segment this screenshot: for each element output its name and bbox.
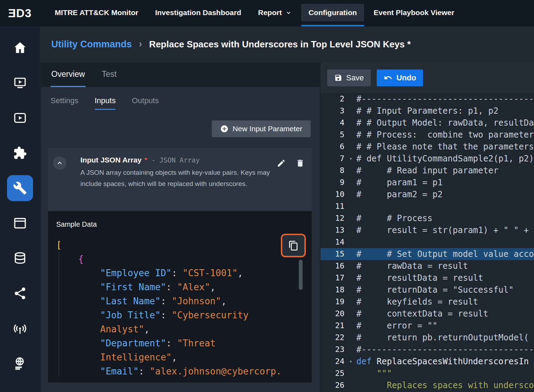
parameter-title-row: Input JSON Array * - JSON Array: [80, 156, 275, 164]
tools-icon: [13, 181, 27, 195]
editor-line-code: # # Please note that the parameters: [356, 141, 534, 153]
sidebar-item-video-play[interactable]: [7, 105, 33, 131]
sample-data-line: Intelligence",: [56, 350, 309, 364]
nav-item-mitre-att-ck-monitor[interactable]: MITRE ATT&CK Monitor: [47, 0, 146, 26]
app-root: ƎD3 MITRE ATT&CK MonitorInvestigation Da…: [0, 0, 534, 392]
add-circle-icon: [220, 125, 229, 133]
editor-line-21[interactable]: 21# error = "": [321, 320, 534, 332]
editor-line-26[interactable]: 26 Replaces spaces with underscores: [321, 379, 534, 391]
nav-item-investigation-dashboard[interactable]: Investigation Dashboard: [148, 0, 249, 26]
editor-line-5[interactable]: 5# # Process: combine two parameters: [321, 129, 534, 141]
editor-line-24[interactable]: 24▾def ReplaceSpacesWithUnderscoresIn: [321, 356, 534, 367]
editor-line-code: # error = "": [356, 320, 534, 332]
line-number: 10: [321, 188, 345, 200]
editor-line-2[interactable]: 2#--------------------------------------…: [321, 93, 534, 105]
editor-line-8[interactable]: 8# # Read input parameter: [321, 165, 534, 177]
save-button[interactable]: Save: [327, 69, 371, 86]
new-input-parameter-button[interactable]: New Input Parameter: [212, 120, 311, 137]
sidebar-item-tools[interactable]: [7, 175, 33, 201]
sample-data-line: "Job Title": "Cybersecurity: [56, 308, 309, 322]
parameter-name: Input JSON Array: [80, 156, 141, 164]
breadcrumb: Utility Commands › Replace Spaces with U…: [40, 26, 534, 62]
copy-sample-data-button[interactable]: [281, 234, 306, 257]
nav-item-configuration[interactable]: Configuration: [301, 0, 364, 26]
code-editor[interactable]: 2#--------------------------------------…: [321, 93, 534, 391]
editor-toolbar: Save Undo: [321, 62, 534, 93]
fold-chevron-icon[interactable]: ▾: [345, 153, 356, 165]
editor-line-7[interactable]: 7▾# def UtilityCommandSample2(p1, p2): [321, 153, 534, 165]
breadcrumb-parent-link[interactable]: Utility Commands: [51, 39, 132, 50]
line-number: 22: [321, 332, 345, 344]
editor-line-9[interactable]: 9# param1 = p1: [321, 177, 534, 188]
sidebar-item-database[interactable]: [7, 245, 33, 271]
editor-line-12[interactable]: 12# # Process: [321, 212, 534, 224]
editor-line-19[interactable]: 19# keyfields = result: [321, 296, 534, 308]
editor-line-13[interactable]: 13# result = str(param1) + " " +: [321, 224, 534, 236]
editor-line-code: # return pb.returnOutputModel(: [356, 332, 534, 344]
page-title: Replace Spaces with Underscores in Top L…: [149, 39, 411, 50]
sample-data-line: {: [56, 252, 309, 266]
editor-line-16[interactable]: 16# rawData = result: [321, 260, 534, 272]
line-number: 19: [321, 296, 345, 308]
share-nodes-icon: [13, 286, 27, 300]
editor-line-code: Replaces spaces with underscores: [356, 379, 534, 391]
undo-button-label: Undo: [396, 73, 416, 82]
sample-data-block: Sample Data [ { "Employee ID": "CST-1001…: [48, 211, 312, 383]
editor-line-code: # resultData = result: [356, 272, 534, 284]
sidebar-item-home[interactable]: [7, 35, 33, 61]
nav-item-label: MITRE ATT&CK Monitor: [55, 8, 138, 17]
sidebar-item-globe-list[interactable]: [7, 351, 33, 377]
editor-line-25[interactable]: 25 """: [321, 367, 534, 379]
fold-chevron-icon[interactable]: ▾: [345, 356, 356, 367]
sample-data-scrollbar[interactable]: [299, 260, 303, 290]
editor-line-18[interactable]: 18# returnData = "Successful": [321, 284, 534, 296]
line-number: 6: [321, 141, 345, 153]
sample-data-code[interactable]: [ { "Employee ID": "CST-1001", "First Na…: [56, 238, 309, 383]
line-number: 3: [321, 105, 345, 117]
nav-item-label-box: Report: [251, 4, 299, 21]
pencil-icon: [277, 159, 286, 168]
collapse-parameter-button[interactable]: [53, 157, 66, 170]
editor-line-code: # contextData = result: [356, 308, 534, 320]
editor-line-6[interactable]: 6# # Please note that the parameters: [321, 141, 534, 153]
subtab-inputs[interactable]: Inputs: [95, 96, 116, 110]
sample-data-line: [: [56, 238, 309, 252]
d3-logo[interactable]: ƎD3: [0, 0, 40, 26]
sidebar-item-window[interactable]: [7, 210, 33, 236]
editor-line-22[interactable]: 22# return pb.returnOutputModel(: [321, 332, 534, 344]
code-editor-panel: Save Undo 2#----------------------------…: [321, 62, 534, 392]
line-number: 4: [321, 117, 345, 129]
nav-item-label: Report: [258, 8, 282, 17]
editor-line-3[interactable]: 3# # Input Parameters: p1, p2: [321, 105, 534, 117]
editor-line-11[interactable]: 11: [321, 200, 534, 212]
nav-item-label-box: MITRE ATT&CK Monitor: [47, 4, 146, 21]
editor-line-10[interactable]: 10# param2 = p2: [321, 188, 534, 200]
tab-overview[interactable]: Overview: [51, 62, 86, 87]
nav-item-label-box: Investigation Dashboard: [148, 4, 249, 21]
subtab-settings[interactable]: Settings: [51, 96, 79, 110]
globe-list-icon: [13, 357, 27, 371]
sidebar-item-antenna[interactable]: [7, 315, 33, 341]
editor-line-code: # param1 = p1: [356, 177, 534, 188]
sidebar-item-puzzle[interactable]: [7, 140, 33, 166]
editor-line-15[interactable]: 15# # Set Output model value acco: [321, 248, 534, 260]
delete-parameter-button[interactable]: [294, 157, 306, 170]
editor-line-17[interactable]: 17# resultData = result: [321, 272, 534, 284]
nav-item-report[interactable]: Report: [251, 0, 299, 26]
database-icon: [13, 251, 27, 265]
editor-line-20[interactable]: 20# contextData = result: [321, 308, 534, 320]
sidebar-item-share-nodes[interactable]: [7, 280, 33, 306]
puzzle-icon: [13, 146, 27, 160]
sidebar-item-monitor-play[interactable]: [7, 70, 33, 96]
editor-line-14[interactable]: 14: [321, 236, 534, 248]
editor-line-4[interactable]: 4# # Output Model: rawData, resultData: [321, 117, 534, 129]
subtab-outputs[interactable]: Outputs: [132, 96, 159, 110]
undo-button[interactable]: Undo: [377, 69, 423, 86]
tab-test[interactable]: Test: [101, 62, 117, 87]
edit-parameter-button[interactable]: [275, 157, 287, 170]
editor-line-23[interactable]: 23#-------------------------------------…: [321, 344, 534, 356]
nav-item-event-playbook-viewer[interactable]: Event Playbook Viewer: [366, 0, 462, 26]
editor-line-code: # def UtilityCommandSample2(p1, p2): [356, 153, 534, 165]
sample-data-line: "Email": "alex.johnson@cybercorp.: [56, 364, 309, 378]
editor-line-code: #---------------------------------------…: [356, 93, 534, 105]
